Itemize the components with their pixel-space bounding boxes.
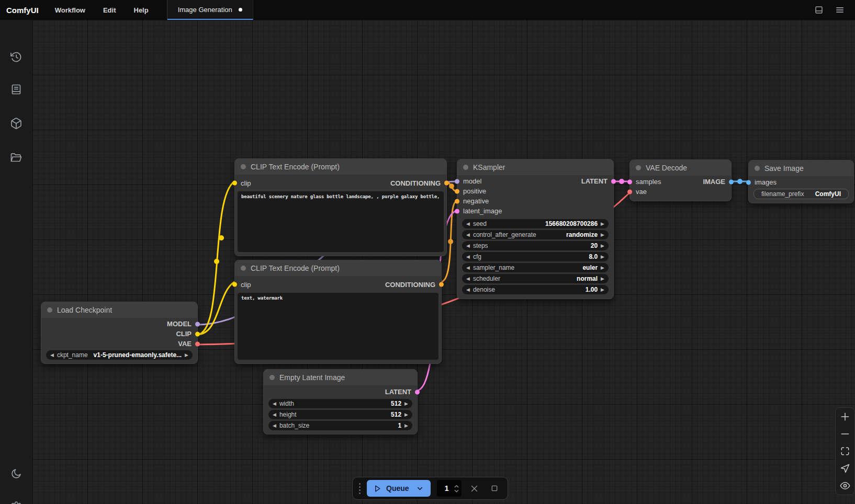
widget-height[interactable]: height 512 bbox=[268, 410, 412, 419]
widget-filename-prefix[interactable]: filename_prefix ComfyUI bbox=[753, 189, 849, 199]
widget-ckpt-name[interactable]: ckpt_name v1-5-pruned-emaonly.safete... bbox=[46, 350, 193, 360]
tab-image-generation[interactable]: Image Generation bbox=[167, 0, 253, 20]
widget-control-after-generate[interactable]: control_after_generate randomize bbox=[462, 230, 609, 239]
input-pin-vae[interactable] bbox=[627, 189, 632, 194]
decrement-arrow-icon[interactable] bbox=[466, 222, 470, 226]
output-pin-conditioning[interactable] bbox=[444, 181, 449, 186]
fit-view-icon[interactable] bbox=[840, 446, 850, 456]
node-title-bar[interactable]: CLIP Text Encode (Prompt) bbox=[235, 159, 446, 175]
zoom-out-icon[interactable] bbox=[840, 429, 850, 439]
node-title-bar[interactable]: Load Checkpoint bbox=[41, 302, 197, 318]
input-pin-images[interactable] bbox=[746, 180, 751, 185]
increment-arrow-icon[interactable] bbox=[601, 233, 604, 237]
node-save-image[interactable]: Save Image images filename_prefix ComfyU… bbox=[748, 160, 854, 203]
decrement-arrow-icon[interactable] bbox=[466, 233, 470, 237]
chevron-down-icon[interactable] bbox=[416, 485, 424, 492]
node-vae-decode[interactable]: VAE Decode samples IMAGE vae bbox=[629, 159, 732, 201]
increment-arrow-icon[interactable] bbox=[601, 244, 604, 248]
output-pin-vae[interactable] bbox=[195, 341, 200, 346]
node-load-checkpoint[interactable]: Load Checkpoint MODEL CLIP VAE ckpt_name… bbox=[41, 302, 198, 364]
model-library-icon[interactable] bbox=[10, 117, 22, 130]
stepper-down-icon[interactable] bbox=[454, 489, 459, 493]
hamburger-menu-icon[interactable] bbox=[835, 5, 845, 15]
zoom-in-icon[interactable] bbox=[840, 411, 850, 422]
drag-handle-icon[interactable] bbox=[359, 483, 361, 494]
input-pin-latent-image[interactable] bbox=[455, 209, 459, 213]
increment-arrow-icon[interactable] bbox=[601, 288, 604, 292]
collapse-dot-icon[interactable] bbox=[463, 165, 468, 170]
menu-edit[interactable]: Edit bbox=[94, 0, 125, 20]
toggle-link-visibility-icon[interactable] bbox=[840, 480, 850, 491]
increment-arrow-icon[interactable] bbox=[404, 413, 408, 417]
decrement-arrow-icon[interactable] bbox=[466, 266, 470, 270]
input-pin-clip[interactable] bbox=[232, 282, 237, 287]
widget-cfg[interactable]: cfg 8.0 bbox=[462, 252, 609, 261]
collapse-dot-icon[interactable] bbox=[269, 375, 275, 380]
output-pin-image[interactable] bbox=[729, 179, 734, 184]
increment-arrow-icon[interactable] bbox=[404, 402, 408, 406]
decrement-arrow-icon[interactable] bbox=[273, 402, 276, 406]
input-pin-positive[interactable] bbox=[455, 189, 459, 193]
node-graph-canvas[interactable] bbox=[32, 20, 855, 504]
widget-seed[interactable]: seed 156680208700286 bbox=[462, 219, 609, 228]
settings-gear-icon[interactable] bbox=[10, 501, 22, 504]
output-pin-latent[interactable] bbox=[611, 179, 616, 184]
decrement-arrow-icon[interactable] bbox=[466, 255, 470, 259]
output-pin-conditioning[interactable] bbox=[439, 282, 444, 287]
stepper-up-icon[interactable] bbox=[454, 484, 459, 488]
widget-sampler-name[interactable]: sampler_name euler bbox=[462, 263, 609, 272]
output-pin-clip[interactable] bbox=[195, 331, 200, 336]
node-title-bar[interactable]: KSampler bbox=[457, 159, 613, 175]
stop-icon[interactable] bbox=[488, 482, 501, 495]
decrement-arrow-icon[interactable] bbox=[273, 423, 276, 428]
collapse-dot-icon[interactable] bbox=[241, 164, 246, 169]
input-pin-clip[interactable] bbox=[232, 181, 237, 186]
increment-arrow-icon[interactable] bbox=[404, 423, 408, 428]
clear-queue-close-icon[interactable] bbox=[468, 482, 481, 495]
node-clip-text-encode-negative[interactable]: CLIP Text Encode (Prompt) clip CONDITION… bbox=[234, 260, 442, 364]
workflows-folder-icon[interactable] bbox=[10, 151, 22, 164]
menu-workflow[interactable]: Workflow bbox=[46, 0, 94, 20]
batch-count-stepper[interactable]: 1 bbox=[437, 480, 462, 497]
input-pin-samples[interactable] bbox=[627, 179, 632, 184]
input-pin-negative[interactable] bbox=[455, 199, 459, 203]
node-clip-text-encode-positive[interactable]: CLIP Text Encode (Prompt) clip CONDITION… bbox=[234, 158, 447, 256]
select-mode-icon[interactable] bbox=[840, 463, 850, 474]
increment-arrow-icon[interactable] bbox=[601, 277, 604, 281]
increment-arrow-icon[interactable] bbox=[601, 222, 604, 226]
node-empty-latent-image[interactable]: Empty Latent Image LATENT width 512 heig… bbox=[263, 369, 418, 434]
node-title-bar[interactable]: Save Image bbox=[749, 161, 853, 176]
collapse-dot-icon[interactable] bbox=[636, 165, 641, 170]
node-title-bar[interactable]: VAE Decode bbox=[630, 160, 731, 176]
node-ksampler[interactable]: KSampler model LATENT positive negative … bbox=[457, 159, 614, 299]
prompt-textarea[interactable]: beautiful scenery nature glass bottle la… bbox=[238, 191, 444, 252]
node-title-bar[interactable]: CLIP Text Encode (Prompt) bbox=[235, 260, 441, 276]
decrement-arrow-icon[interactable] bbox=[466, 288, 470, 292]
history-icon[interactable] bbox=[10, 51, 22, 63]
widget-scheduler[interactable]: scheduler normal bbox=[462, 274, 609, 283]
collapse-dot-icon[interactable] bbox=[47, 307, 52, 313]
decrement-arrow-icon[interactable] bbox=[466, 277, 470, 281]
increment-arrow-icon[interactable] bbox=[185, 353, 188, 358]
decrement-arrow-icon[interactable] bbox=[273, 413, 276, 417]
widget-denoise[interactable]: denoise 1.00 bbox=[462, 285, 609, 294]
widget-batch-size[interactable]: batch_size 1 bbox=[268, 421, 412, 430]
increment-arrow-icon[interactable] bbox=[601, 266, 604, 270]
collapse-dot-icon[interactable] bbox=[755, 166, 760, 171]
decrement-arrow-icon[interactable] bbox=[50, 353, 54, 358]
prompt-textarea[interactable]: text, watermark bbox=[238, 293, 438, 360]
queue-list-icon[interactable] bbox=[10, 83, 22, 96]
node-title-bar[interactable]: Empty Latent Image bbox=[264, 370, 417, 385]
collapse-dot-icon[interactable] bbox=[241, 266, 246, 271]
queue-button[interactable]: Queue bbox=[367, 480, 431, 497]
output-pin-model[interactable] bbox=[195, 322, 200, 326]
widget-width[interactable]: width 512 bbox=[268, 399, 412, 408]
widget-steps[interactable]: steps 20 bbox=[462, 241, 609, 250]
decrement-arrow-icon[interactable] bbox=[466, 244, 470, 248]
bottom-panel-icon[interactable] bbox=[814, 5, 824, 15]
input-pin-model[interactable] bbox=[455, 179, 459, 184]
output-pin-latent[interactable] bbox=[415, 390, 420, 394]
increment-arrow-icon[interactable] bbox=[601, 255, 604, 259]
menu-help[interactable]: Help bbox=[125, 0, 158, 20]
theme-toggle-moon-icon[interactable] bbox=[10, 467, 22, 480]
